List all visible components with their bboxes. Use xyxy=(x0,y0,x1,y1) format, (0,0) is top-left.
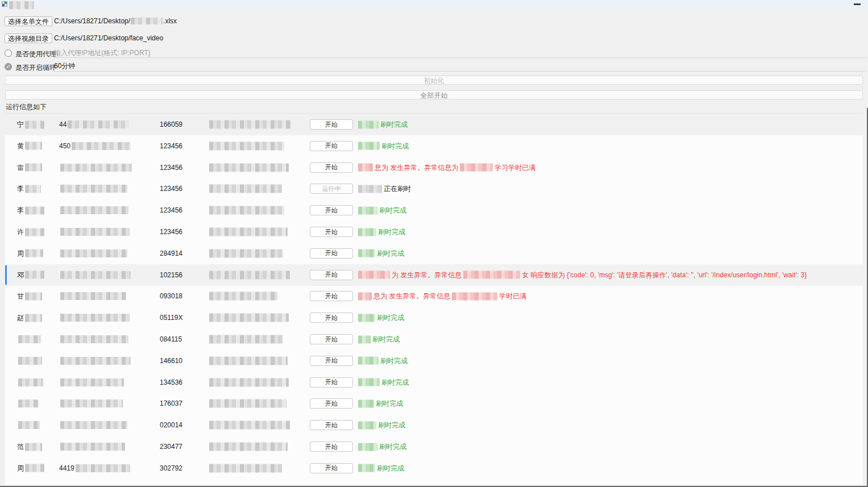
video-dir-path: C:/Users/18271/Desktop/face_video xyxy=(54,34,163,42)
status-text: 刷时完成 xyxy=(378,227,405,237)
select-list-file-button[interactable]: 选择名单文件 xyxy=(5,16,52,26)
table-row[interactable]: 许 123456 开始 刷时完成 xyxy=(5,221,863,243)
table-row[interactable]: 146610 开始 刷时完成 xyxy=(5,350,863,372)
table-row[interactable]: 176037 开始 刷时完成 xyxy=(5,393,863,414)
person-name-redacted xyxy=(25,228,44,236)
status-text: 刷时完成 xyxy=(380,356,408,365)
loop-checkbox-label: 是否开启循环 xyxy=(15,63,56,73)
row-start-button[interactable]: 开始 xyxy=(310,356,353,366)
id-number-redacted xyxy=(60,335,128,343)
id-number-redacted xyxy=(60,185,127,193)
id-number-redacted xyxy=(60,443,125,451)
row-start-button[interactable]: 开始 xyxy=(310,377,353,388)
person-name-visible: 李 xyxy=(17,184,24,194)
row-start-button[interactable]: 开始 xyxy=(310,119,353,130)
id-number xyxy=(59,399,123,407)
proxy-row: ✓ 是否使用代理 xyxy=(5,49,867,59)
table-row[interactable]: 134536 开始 刷时完成 xyxy=(5,372,863,393)
table-row[interactable]: 020014 开始 刷时完成 xyxy=(5,414,863,436)
status-redacted xyxy=(358,378,380,386)
extra-redacted xyxy=(209,464,282,472)
row-start-button[interactable]: 开始 xyxy=(310,313,353,323)
id-number: 4419 xyxy=(59,464,130,472)
extra-redacted xyxy=(209,292,277,301)
person-name-redacted xyxy=(25,271,44,279)
person-name-redacted xyxy=(25,206,44,214)
status-text: 学时已满 xyxy=(499,292,526,301)
person-name: 黄 xyxy=(17,141,42,151)
extra-redacted xyxy=(209,314,289,322)
table-row[interactable]: 黄 450 123456 开始 刷时完成 xyxy=(5,135,863,157)
loop-checkbox[interactable]: ✓ xyxy=(5,63,12,70)
row-start-button[interactable]: 开始 xyxy=(310,291,353,301)
table-row[interactable]: 周 284914 开始 刷时完成 xyxy=(5,243,863,264)
status-message: 刷时完成 xyxy=(358,421,859,430)
initialize-button[interactable]: 初始化 xyxy=(5,76,863,85)
minimize-icon[interactable] xyxy=(854,3,861,5)
row-start-button[interactable]: 开始 xyxy=(310,398,353,409)
loop-interval-input[interactable] xyxy=(54,61,866,72)
person-name-redacted xyxy=(25,314,42,322)
status-message: 刷时完成 xyxy=(358,377,859,387)
status-redacted xyxy=(358,399,374,407)
status-text: 刷时完成 xyxy=(372,335,400,344)
code-value: 166059 xyxy=(160,120,182,128)
status-redacted xyxy=(358,206,377,214)
person-name: 宁 xyxy=(17,120,44,130)
row-start-button[interactable]: 开始 xyxy=(310,270,353,280)
person-name-visible: 赵 xyxy=(17,313,24,323)
table-row[interactable]: 邓 102156 开始 为 发生异常。异常信息女 响应数据为 {'code': … xyxy=(5,264,863,286)
proxy-address-input[interactable] xyxy=(54,48,866,58)
table-row[interactable]: 雷 123456 开始 息为 发生异常。异常信息为学习学时已满 xyxy=(5,157,863,178)
row-start-button[interactable]: 运行中 xyxy=(310,184,353,194)
app-window: 选择名单文件 C:/Users/18271/Desktop/ .xlsx 选择视… xyxy=(0,0,868,487)
table-row[interactable]: 甘 093018 开始 息为 发生异常。异常信息学时已满 xyxy=(5,285,863,307)
status-redacted xyxy=(358,120,379,128)
person-name-visible: 周 xyxy=(17,463,24,473)
row-start-button[interactable]: 开始 xyxy=(310,248,353,259)
id-number xyxy=(59,378,124,386)
status-text: 正在刷时 xyxy=(384,184,411,194)
row-start-button[interactable]: 开始 xyxy=(310,334,353,344)
extra-redacted xyxy=(209,120,291,129)
select-video-dir-button[interactable]: 选择视频目录 xyxy=(5,34,52,43)
id-number-redacted xyxy=(72,142,131,150)
code-value: 093018 xyxy=(160,292,182,300)
row-start-button[interactable]: 开始 xyxy=(310,227,353,237)
status-text: 息为 发生异常。异常信息为 xyxy=(375,163,458,172)
table-row[interactable]: 李 123456 运行中 正在刷时 xyxy=(5,178,863,199)
table-row[interactable]: 赵 05119X 开始 刷时完成 xyxy=(5,307,863,328)
row-start-button[interactable]: 开始 xyxy=(310,463,353,473)
proxy-checkbox[interactable]: ✓ xyxy=(5,49,12,57)
person-name-redacted xyxy=(25,142,42,150)
status-redacted xyxy=(358,443,377,451)
person-name-redacted xyxy=(25,464,44,472)
id-number xyxy=(59,292,126,300)
person-name-visible: 雷 xyxy=(17,163,24,172)
person-name-redacted xyxy=(25,164,42,172)
person-name xyxy=(17,357,42,365)
id-number xyxy=(59,421,127,429)
extra-redacted xyxy=(209,163,289,172)
id-number-redacted xyxy=(60,206,128,214)
row-start-button[interactable]: 开始 xyxy=(310,141,353,151)
table-row[interactable]: 宁 44 166059 开始 刷时完成 xyxy=(5,114,863,135)
path-prefix: C:/Users/18271/Desktop/ xyxy=(54,17,130,25)
proxy-checkbox-label: 是否使用代理 xyxy=(15,49,56,59)
person-name-redacted xyxy=(25,443,42,451)
table-row[interactable]: 周 4419 302792 开始 刷时完成 xyxy=(5,457,863,479)
table-row[interactable]: 范 230477 开始 刷时完成 xyxy=(5,436,863,457)
status-redacted xyxy=(358,421,376,429)
row-start-button[interactable]: 开始 xyxy=(310,163,353,173)
status-redacted xyxy=(358,164,373,172)
row-start-button[interactable]: 开始 xyxy=(310,442,353,452)
table-row[interactable]: 李 123456 开始 刷时完成 xyxy=(5,199,863,221)
start-all-button[interactable]: 全部开始 xyxy=(5,90,863,99)
id-number-redacted xyxy=(60,421,127,429)
selection-indicator xyxy=(5,265,7,285)
row-start-button[interactable]: 开始 xyxy=(310,420,353,430)
table-row[interactable]: 084115 开始 刷时完成 xyxy=(5,328,863,350)
code-value: 084115 xyxy=(160,335,182,343)
row-start-button[interactable]: 开始 xyxy=(310,205,353,215)
status-redacted xyxy=(358,357,379,365)
